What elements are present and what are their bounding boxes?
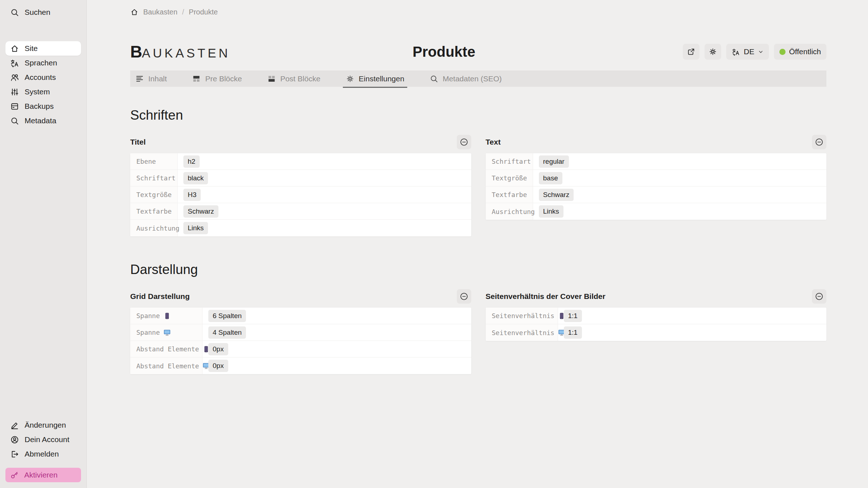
- logo-lead: B: [130, 42, 142, 61]
- value-chip[interactable]: H3: [183, 189, 201, 201]
- sidebar-item-suchen[interactable]: Suchen: [5, 5, 81, 20]
- minus-circle-icon: [459, 137, 469, 147]
- home-icon[interactable]: [130, 8, 139, 16]
- sidebar-item-site[interactable]: Site: [5, 41, 81, 56]
- external-link-icon: [687, 47, 695, 56]
- table-row: Ausrichtung Links: [130, 220, 471, 236]
- table-row: Abstand Elemente 0px: [130, 341, 471, 358]
- pencil-icon: [10, 421, 19, 430]
- tab-inhalt[interactable]: Inhalt: [135, 70, 167, 87]
- tab-pre-bloecke[interactable]: Pre Blöcke: [192, 70, 242, 87]
- card-title: Titel: [130, 138, 146, 146]
- archive-icon: [10, 102, 19, 111]
- sidebar-item-system[interactable]: System: [5, 85, 81, 99]
- users-icon: [10, 73, 19, 82]
- table-row: Seitenverhältnis 1:1: [486, 324, 827, 341]
- table-row: Textgröße base: [486, 170, 827, 187]
- page-settings-button[interactable]: [705, 44, 721, 60]
- section-title-darstellung: Darstellung: [130, 262, 826, 278]
- sidebar-item-sprachen[interactable]: Sprachen: [5, 56, 81, 70]
- value-chip[interactable]: h2: [183, 155, 200, 168]
- value-chip[interactable]: 4 Spalten: [208, 326, 246, 339]
- tab-post-bloecke[interactable]: Post Blöcke: [267, 70, 320, 87]
- value-chip[interactable]: 1:1: [564, 326, 582, 339]
- row-label: Spanne: [136, 329, 160, 336]
- tab-metadaten-seo[interactable]: Metadaten (SEO): [430, 70, 502, 87]
- breadcrumb-item-produkte: Produkte: [189, 8, 218, 16]
- row-label: Textgröße: [136, 191, 172, 198]
- table-row: Spanne 4 Spalten: [130, 324, 471, 341]
- row-label: Schriftart: [492, 158, 531, 165]
- table-row: Seitenverhältnis 1:1: [486, 308, 827, 324]
- sidebar-item-abmelden[interactable]: Abmelden: [5, 447, 81, 461]
- breadcrumb: Baukasten / Produkte: [130, 8, 826, 16]
- value-chip[interactable]: 6 Spalten: [208, 310, 246, 322]
- activate-button[interactable]: Aktivieren: [5, 468, 81, 482]
- collapse-card-button[interactable]: [812, 135, 826, 149]
- sidebar-item-metadata[interactable]: Metadata: [5, 114, 81, 128]
- activate-label: Aktivieren: [24, 471, 58, 479]
- card-titel: Titel Ebene h2 Schriftart black: [130, 134, 471, 236]
- minus-circle-icon: [814, 137, 824, 147]
- table-row: Ausrichtung Links: [486, 203, 827, 220]
- sliders-icon: [10, 87, 19, 97]
- value-chip[interactable]: Links: [183, 222, 208, 234]
- value-chip[interactable]: Links: [539, 205, 563, 218]
- value-chip[interactable]: 0px: [208, 360, 228, 372]
- content-lines-icon: [135, 74, 144, 83]
- language-selector[interactable]: DE: [726, 44, 769, 60]
- minus-circle-icon: [814, 292, 824, 301]
- open-external-button[interactable]: [683, 44, 699, 60]
- card-title: Text: [486, 138, 501, 146]
- value-chip[interactable]: 0px: [208, 343, 228, 355]
- value-chip[interactable]: Schwarz: [539, 189, 574, 201]
- publish-status-badge[interactable]: Öffentlich: [774, 44, 826, 60]
- sidebar-item-label: System: [25, 87, 50, 96]
- row-label: Seitenverhältnis: [492, 329, 554, 337]
- sidebar-item-dein-account[interactable]: Dein Account: [5, 432, 81, 447]
- sidebar-item-label: Metadata: [25, 116, 56, 125]
- table-row: Textfarbe Schwarz: [486, 187, 827, 203]
- status-label: Öffentlich: [789, 47, 821, 56]
- card-seitenverhaeltnis: Seitenverhältnis der Cover Bilder Seiten…: [486, 288, 827, 341]
- language-label: DE: [744, 47, 754, 56]
- value-chip[interactable]: Schwarz: [183, 205, 218, 218]
- value-chip[interactable]: base: [539, 172, 562, 184]
- user-circle-icon: [10, 435, 19, 444]
- card-title: Grid Darstellung: [130, 292, 190, 301]
- pre-blocks-icon: [192, 74, 201, 83]
- sidebar-item-accounts[interactable]: Accounts: [5, 70, 81, 85]
- row-label: Seitenverhältnis: [492, 312, 554, 320]
- tab-label: Metadaten (SEO): [443, 74, 502, 83]
- minus-circle-icon: [459, 292, 469, 301]
- sidebar-item-label: Backups: [25, 102, 54, 111]
- breadcrumb-item-baukasten[interactable]: Baukasten: [143, 8, 178, 16]
- collapse-card-button[interactable]: [812, 289, 826, 304]
- table-row: Abstand Elemente 0px: [130, 358, 471, 374]
- sidebar-item-backups[interactable]: Backups: [5, 99, 81, 114]
- table-row: Ebene h2: [130, 153, 471, 170]
- tab-einstellungen[interactable]: Einstellungen: [346, 70, 404, 87]
- collapse-card-button[interactable]: [457, 135, 471, 149]
- row-label: Ausrichtung: [136, 224, 179, 232]
- sidebar-item-label: Abmelden: [25, 450, 59, 458]
- value-chip[interactable]: regular: [539, 155, 569, 168]
- sidebar-nav: Site Sprachen Accounts System Backups Me…: [0, 41, 86, 128]
- card-text: Text Schriftart regular Textgröße base: [486, 134, 827, 220]
- home-icon: [10, 44, 19, 53]
- key-icon: [10, 471, 19, 479]
- page-title: Produkte: [413, 44, 475, 60]
- value-chip[interactable]: 1:1: [564, 310, 582, 322]
- value-chip[interactable]: black: [183, 172, 208, 184]
- translate-icon: [10, 59, 19, 68]
- tab-label: Post Blöcke: [280, 74, 320, 83]
- phone-icon: [163, 312, 171, 320]
- table-row: Spanne 6 Spalten: [130, 308, 471, 324]
- search-icon: [430, 74, 438, 83]
- row-label: Spanne: [136, 312, 160, 320]
- collapse-card-button[interactable]: [457, 289, 471, 304]
- logout-icon: [10, 450, 19, 459]
- sidebar-item-aenderungen[interactable]: Änderungen: [5, 418, 81, 432]
- tabbar: Inhalt Pre Blöcke Post Blöcke Einstellun…: [130, 70, 826, 87]
- row-label: Textgröße: [492, 174, 527, 182]
